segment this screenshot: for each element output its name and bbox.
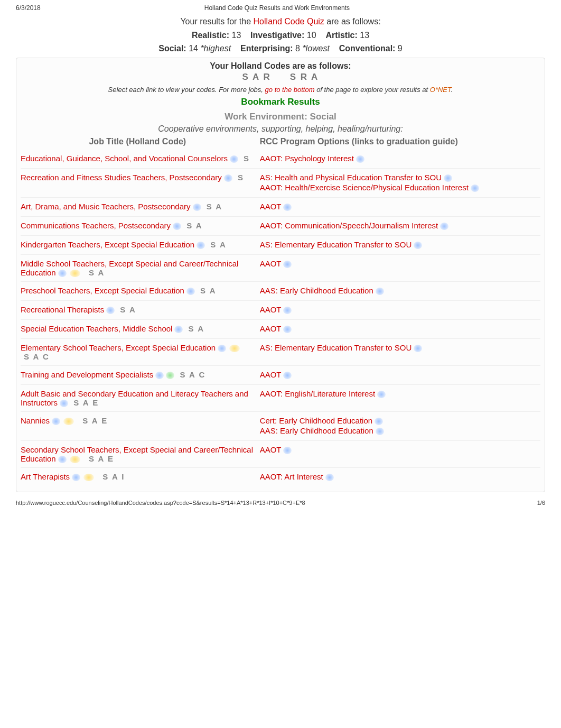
job-title-link[interactable]: Secondary School Teachers, Except Specia… <box>21 445 253 463</box>
job-cell: Nannies S A E <box>21 416 260 436</box>
job-title-link[interactable]: Recreation and Fitness Studies Teachers,… <box>21 173 222 182</box>
job-title-link[interactable]: Communications Teachers, Postsecondary <box>21 221 171 230</box>
table-row: Recreation and Fitness Studies Teachers,… <box>21 168 540 197</box>
info-icon <box>440 223 448 230</box>
bookmark-results-link[interactable]: Bookmark Results <box>241 97 320 107</box>
info-icon <box>283 447 292 454</box>
program-link[interactable]: AAS: Early Childhood Education <box>260 286 540 295</box>
program-link[interactable]: AS: Health and Physical Education Transf… <box>260 173 540 182</box>
outlook-icon <box>52 418 60 425</box>
outlook-icon <box>72 474 80 481</box>
table-row: Special Education Teachers, Middle Schoo… <box>21 319 540 338</box>
intro-block: Your results for the Holland Code Quiz a… <box>16 15 545 56</box>
job-title-link[interactable]: Educational, Guidance, School, and Vocat… <box>21 154 228 163</box>
program-cell: AAOT: English/Literature Interest <box>260 389 540 407</box>
table-row: Middle School Teachers, Except Special a… <box>21 254 540 281</box>
info-icon <box>376 288 384 295</box>
job-title-link[interactable]: Art Therapists <box>21 472 70 481</box>
green-job-icon <box>166 372 174 379</box>
program-link[interactable]: AAOT: Art Interest <box>260 472 540 481</box>
code-sar[interactable]: S A R <box>242 72 271 82</box>
program-link[interactable]: AAOT: Psychology Interest <box>260 154 540 163</box>
info-icon <box>356 155 364 163</box>
program-link[interactable]: AAOT <box>260 324 540 333</box>
program-link[interactable]: AAOT: Health/Exercise Science/Physical E… <box>260 183 540 192</box>
job-cell: Adult Basic and Secondary Education and … <box>21 389 260 407</box>
program-link[interactable]: AAOT <box>260 259 540 268</box>
job-cell: Recreational Therapists S A <box>21 305 260 315</box>
holland-quiz-link[interactable]: Holland Code Quiz <box>254 17 324 26</box>
holland-code-tag: S A E <box>82 416 108 425</box>
col-header-job: Job Title (Holland Code) <box>21 137 260 146</box>
program-cell: AS: Health and Physical Education Transf… <box>260 173 540 193</box>
outlook-icon <box>58 456 67 463</box>
program-link[interactable]: AAOT <box>260 370 540 379</box>
job-title-link[interactable]: Training and Development Specialists <box>21 370 153 379</box>
holland-codes: S A RS R A <box>21 72 540 82</box>
info-icon <box>283 261 292 268</box>
outlook-icon <box>58 270 67 277</box>
print-date: 6/3/2018 <box>16 4 41 12</box>
outlook-icon <box>230 155 238 163</box>
job-title-link[interactable]: Kindergarten Teachers, Except Special Ed… <box>21 240 194 249</box>
col-header-program: RCC Program Options (links to graduation… <box>260 137 540 146</box>
holland-code-tag: S A E <box>89 454 114 463</box>
info-icon <box>283 307 292 314</box>
job-title-link[interactable]: Art, Drama, and Music Teachers, Postseco… <box>21 202 191 211</box>
program-cell: AAOT <box>260 305 540 315</box>
print-header: 6/3/2018 Holland Code Quiz Results and W… <box>16 4 545 12</box>
table-row: Kindergarten Teachers, Except Special Ed… <box>21 235 540 254</box>
holland-code-tag: S A <box>186 221 202 230</box>
program-link[interactable]: AAOT: Communication/Speech/Journalism In… <box>260 221 540 230</box>
code-sra[interactable]: S R A <box>290 72 319 82</box>
info-icon <box>375 418 383 425</box>
program-cell: AAOT <box>260 445 540 463</box>
bright-outlook-icon <box>70 456 80 463</box>
outlook-icon <box>174 326 183 333</box>
job-title-link[interactable]: Elementary School Teachers, Except Speci… <box>21 343 216 352</box>
program-link[interactable]: AAOT <box>260 202 540 211</box>
codes-box: Your Holland Codes are as follows: S A R… <box>16 58 545 493</box>
info-icon <box>414 242 422 249</box>
program-cell: AAOT <box>260 324 540 334</box>
job-cell: Recreation and Fitness Studies Teachers,… <box>21 173 260 193</box>
outlook-icon <box>224 174 232 182</box>
holland-code-tag: S A <box>210 240 226 249</box>
onet-link[interactable]: O*NET <box>430 86 451 94</box>
environment-desc: Cooperative environments, supporting, he… <box>21 124 540 134</box>
program-link[interactable]: Cert: Early Childhood Education <box>260 416 540 425</box>
job-cell: Art Therapists S A I <box>21 472 260 482</box>
go-to-bottom-link[interactable]: go to the bottom <box>265 86 315 94</box>
holland-code-tag: S A E <box>73 398 99 407</box>
job-title-link[interactable]: Nannies <box>21 416 50 425</box>
program-cell: AAOT <box>260 259 540 277</box>
job-cell: Special Education Teachers, Middle Schoo… <box>21 324 260 334</box>
program-link[interactable]: AAOT <box>260 305 540 314</box>
holland-code-tag: S <box>244 154 250 163</box>
table-row: Adult Basic and Secondary Education and … <box>21 384 540 411</box>
program-cell: AAS: Early Childhood Education <box>260 286 540 296</box>
outlook-icon <box>60 400 68 407</box>
info-icon <box>414 345 422 352</box>
table-row: Preschool Teachers, Except Special Educa… <box>21 281 540 300</box>
job-cell: Preschool Teachers, Except Special Educa… <box>21 286 260 296</box>
program-link[interactable]: AAOT <box>260 445 540 454</box>
program-link[interactable]: AAOT: English/Literature Interest <box>260 389 540 398</box>
program-link[interactable]: AAS: Early Childhood Education <box>260 426 540 435</box>
holland-code-tag: S A <box>120 305 136 314</box>
outlook-icon <box>186 288 195 295</box>
holland-code-tag: S A C <box>24 352 50 361</box>
job-title-link[interactable]: Recreational Therapists <box>21 305 104 314</box>
program-link[interactable]: AS: Elementary Education Transfer to SOU <box>260 240 540 249</box>
environment-title: Work Environment: Social <box>21 112 540 122</box>
holland-code-tag: S A <box>207 202 222 211</box>
job-cell: Art, Drama, and Music Teachers, Postseco… <box>21 202 260 212</box>
job-title-link[interactable]: Adult Basic and Secondary Education and … <box>21 389 248 407</box>
table-row: Recreational Therapists S AAAOT <box>21 300 540 319</box>
job-title-link[interactable]: Middle School Teachers, Except Special a… <box>21 259 238 277</box>
info-icon <box>377 391 386 398</box>
program-link[interactable]: AS: Elementary Education Transfer to SOU <box>260 343 540 352</box>
bright-outlook-icon <box>229 345 240 352</box>
job-title-link[interactable]: Preschool Teachers, Except Special Educa… <box>21 286 184 295</box>
job-title-link[interactable]: Special Education Teachers, Middle Schoo… <box>21 324 172 333</box>
